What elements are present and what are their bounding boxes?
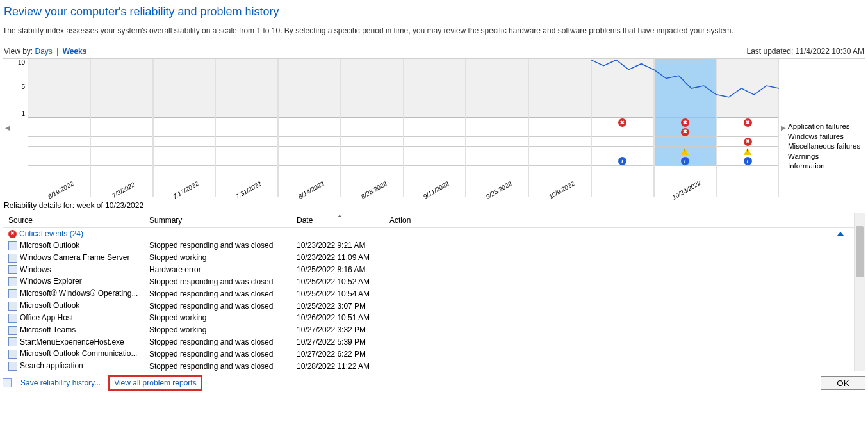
error-icon bbox=[744, 118, 752, 127]
table-row[interactable]: Windows ExplorerStopped responding and w… bbox=[3, 275, 854, 288]
info-icon bbox=[744, 157, 752, 165]
view-by-weeks-link[interactable]: Weeks bbox=[63, 47, 87, 56]
error-icon bbox=[681, 128, 689, 136]
x-tick-label: 6/19/2022 bbox=[47, 180, 75, 200]
event-row-label: Miscellaneous failures bbox=[788, 142, 865, 152]
event-row-label: Application failures bbox=[788, 122, 865, 132]
app-icon bbox=[8, 265, 17, 274]
app-icon bbox=[8, 350, 17, 359]
table-row[interactable]: Windows Camera Frame ServerStopped worki… bbox=[3, 252, 854, 264]
col-summary[interactable]: Summary bbox=[144, 213, 291, 228]
warning-icon bbox=[743, 147, 752, 156]
table-row[interactable]: WindowsHardware error10/25/2022 8:16 AM bbox=[3, 264, 854, 276]
x-tick-label: 8/28/2022 bbox=[359, 180, 388, 200]
table-row[interactable]: Microsoft® Windows® Operating...Stopped … bbox=[3, 288, 854, 300]
chart-column[interactable]: 10/9/2022 bbox=[528, 59, 591, 197]
info-icon bbox=[681, 157, 689, 165]
chart-column[interactable]: 9/25/2022 bbox=[466, 59, 528, 197]
app-icon bbox=[8, 254, 17, 263]
warning-icon bbox=[680, 147, 689, 156]
view-by-days-link[interactable]: Days bbox=[35, 47, 52, 56]
info-icon bbox=[618, 157, 626, 165]
error-icon bbox=[681, 118, 689, 127]
table-row[interactable]: Microsoft TeamsStopped working10/27/2022… bbox=[3, 324, 854, 336]
error-icon bbox=[8, 230, 17, 238]
col-action[interactable]: Action bbox=[384, 213, 854, 228]
chart-column[interactable]: 6/19/2022 bbox=[28, 59, 90, 197]
x-tick-label: 10/23/2022 bbox=[671, 179, 703, 201]
details-table: Source Summary Date Action Critical even… bbox=[3, 213, 865, 371]
vertical-scrollbar[interactable] bbox=[854, 213, 865, 371]
details-title: Reliability details for: week of 10/23/2… bbox=[4, 201, 864, 210]
page-title: Review your computer's reliability and p… bbox=[4, 5, 868, 19]
app-icon bbox=[8, 337, 17, 346]
chart-column[interactable]: 7/3/2022 bbox=[90, 59, 153, 197]
y-tick-5: 5 bbox=[21, 83, 25, 90]
table-row[interactable]: Microsoft OutlookStopped responding and … bbox=[3, 300, 854, 312]
x-tick-label: 7/17/2022 bbox=[172, 180, 200, 200]
x-tick-label: 9/11/2022 bbox=[422, 180, 450, 200]
ok-button[interactable]: OK bbox=[821, 376, 865, 390]
event-row-labels: Application failuresWindows failuresMisc… bbox=[788, 59, 865, 197]
error-icon bbox=[618, 118, 626, 127]
app-icon bbox=[8, 241, 17, 250]
scroll-right-button[interactable]: ▶ bbox=[779, 59, 788, 197]
table-row[interactable]: Search applicationStopped responding and… bbox=[3, 360, 854, 371]
x-tick-label: 7/31/2022 bbox=[234, 180, 263, 200]
view-by-control: View by: Days | Weeks bbox=[4, 47, 86, 56]
separator: | bbox=[56, 47, 58, 56]
app-icon bbox=[8, 302, 17, 311]
error-icon bbox=[744, 138, 752, 146]
table-row[interactable]: Microsoft Outlook Communicatio...Stopped… bbox=[3, 348, 854, 360]
chart-column[interactable]: 9/11/2022 bbox=[404, 59, 466, 197]
app-icon bbox=[8, 314, 17, 323]
group-row[interactable]: Critical events (24) bbox=[3, 228, 854, 240]
last-updated: Last updated: 11/4/2022 10:30 AM bbox=[747, 47, 865, 56]
chart-column[interactable]: 7/31/2022 bbox=[215, 59, 278, 197]
app-icon bbox=[8, 277, 17, 286]
y-tick-10: 10 bbox=[18, 59, 25, 66]
col-date[interactable]: Date bbox=[291, 213, 384, 228]
x-tick-label: 8/14/2022 bbox=[297, 180, 325, 200]
x-tick-label: 7/3/2022 bbox=[111, 181, 136, 199]
view-all-reports-link[interactable]: View all problem reports bbox=[114, 378, 197, 387]
chart-column[interactable]: 8/28/2022 bbox=[341, 59, 404, 197]
view-by-label: View by: bbox=[4, 47, 33, 56]
table-row[interactable]: Office App HostStopped working10/26/2022… bbox=[3, 312, 854, 324]
table-row[interactable]: StartMenuExperienceHost.exeStopped respo… bbox=[3, 336, 854, 348]
scroll-left-button[interactable]: ◀ bbox=[3, 59, 12, 197]
save-reliability-link[interactable]: Save reliability history... bbox=[20, 378, 101, 387]
collapse-icon bbox=[837, 232, 844, 236]
x-tick-label: 9/25/2022 bbox=[485, 180, 513, 200]
event-row-label: Warnings bbox=[788, 152, 865, 162]
x-tick-label: 10/9/2022 bbox=[548, 180, 576, 200]
save-icon bbox=[3, 378, 12, 387]
app-icon bbox=[8, 362, 17, 371]
reliability-chart: ◀ 10 5 1 6/19/20227/3/20227/17/20227/31/… bbox=[3, 58, 865, 197]
event-row-label: Information bbox=[788, 161, 865, 172]
chart-column[interactable] bbox=[716, 59, 779, 197]
table-row[interactable]: Microsoft OutlookStopped responding and … bbox=[3, 239, 854, 252]
event-row-label: Windows failures bbox=[788, 132, 865, 142]
y-tick-1: 1 bbox=[21, 110, 25, 117]
chart-column[interactable]: 8/14/2022 bbox=[278, 59, 341, 197]
chart-column[interactable] bbox=[591, 59, 654, 197]
app-icon bbox=[8, 289, 17, 298]
description-text: The stability index assesses your system… bbox=[3, 26, 868, 35]
chart-column[interactable]: 7/17/2022 bbox=[153, 59, 216, 197]
chart-column[interactable]: 10/23/2022 bbox=[654, 59, 717, 197]
col-source[interactable]: Source bbox=[3, 213, 144, 228]
app-icon bbox=[8, 326, 17, 335]
